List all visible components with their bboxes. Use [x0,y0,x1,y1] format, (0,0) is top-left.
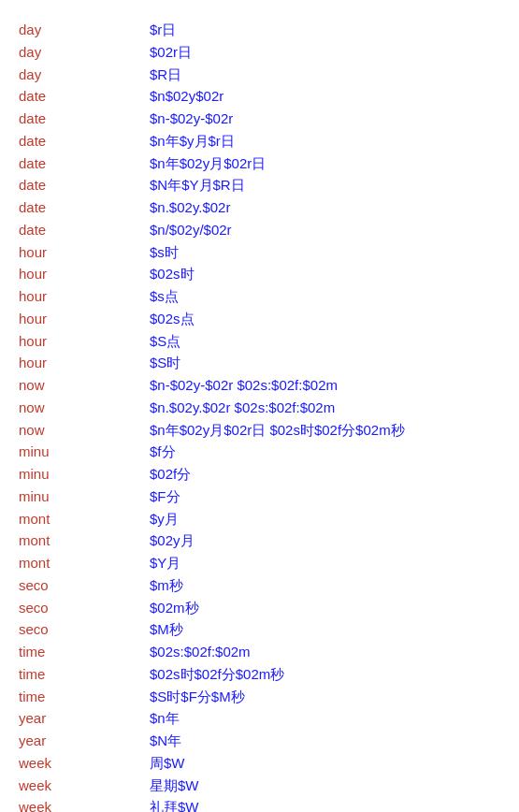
format-cell: $n年 [75,708,180,729]
table-row: day$R日 [9,64,510,86]
type-cell: now [9,398,75,418]
table-row: week周$W [9,752,510,775]
table-row: hour$s点 [9,285,510,308]
type-cell: hour [9,353,75,373]
format-cell: $N年 [75,731,181,751]
type-cell: day [9,20,75,40]
format-cell: 星期$W [75,776,199,796]
table-row: hour$S点 [9,330,510,353]
type-cell: hour [9,309,75,329]
table-row: date$n/$02y/$02r [9,219,510,241]
table-row: day$02r日 [9,41,510,64]
format-cell: $Y月 [75,553,180,573]
type-cell: day [9,65,75,85]
format-cell: $n$02y$02r [75,86,223,107]
format-cell: $N年$Y月$R日 [75,175,245,196]
table-row: mont$02y月 [9,529,510,552]
type-cell: date [9,109,75,129]
table-row: hour$02s点 [9,308,510,330]
table-row: date$n年$y月$r日 [9,130,510,152]
type-cell: week [9,753,75,774]
type-cell: seco [9,619,75,640]
table-row: mont$Y月 [9,552,510,574]
table-row: seco$m秒 [9,574,510,597]
table-row: seco$02m秒 [9,597,510,619]
type-cell: week [9,797,75,812]
type-cell: mont [9,553,75,573]
table-row: date$n.$02y.$02r [9,196,510,219]
type-cell: mont [9,509,75,529]
type-cell: seco [9,575,75,596]
table-row: date$n-$02y-$02r [9,108,510,130]
format-cell: $02y月 [75,530,195,551]
format-cell: $f分 [75,442,176,462]
table-row: seco$M秒 [9,618,510,641]
type-cell: now [9,420,75,441]
type-cell: date [9,197,75,218]
table-row: date$n年$02y月$02r日 [9,152,510,175]
type-cell: hour [9,331,75,352]
type-cell: date [9,220,75,240]
type-cell: year [9,731,75,751]
format-table: day$r日day$02r日day$R日date$n$02y$02rdate$n… [9,19,510,812]
format-cell: $02f分 [75,464,191,485]
type-cell: minu [9,442,75,462]
table-row: year$n年 [9,707,510,730]
format-cell: $02s时$02f分$02m秒 [75,664,284,685]
table-row: time$S时$F分$M秒 [9,686,510,708]
format-cell: $02r日 [75,42,192,63]
table-row: time$02s时$02f分$02m秒 [9,663,510,686]
type-cell: now [9,375,75,396]
table-row: hour$02s时 [9,263,510,285]
type-cell: date [9,153,75,174]
type-cell: mont [9,530,75,551]
table-row: mont$y月 [9,508,510,530]
type-cell: week [9,776,75,796]
table-row: week星期$W [9,775,510,797]
format-cell: $S时$F分$M秒 [75,687,245,707]
table-row: time$02s:$02f:$02m [9,641,510,663]
table-row: hour$s时 [9,241,510,264]
format-cell: $m秒 [75,575,183,596]
format-cell: $n年$y月$r日 [75,131,235,152]
format-cell: $s点 [75,286,179,307]
table-row: now$n-$02y-$02r $02s:$02f:$02m [9,374,510,397]
format-cell: $n/$02y/$02r [75,220,232,240]
type-cell: minu [9,464,75,485]
format-cell: $n.$02y.$02r $02s:$02f:$02m [75,398,335,418]
format-cell: 礼拜$W [75,797,199,812]
type-cell: day [9,42,75,63]
table-row: week礼拜$W [9,796,510,812]
format-cell: $M秒 [75,619,183,640]
type-cell: time [9,664,75,685]
format-cell: $F分 [75,486,180,507]
format-cell: $02s:$02f:$02m [75,642,251,662]
type-cell: time [9,642,75,662]
format-cell: $n-$02y-$02r [75,109,233,129]
table-row: minu$02f分 [9,463,510,486]
type-cell: hour [9,286,75,307]
type-cell: time [9,687,75,707]
type-cell: hour [9,264,75,284]
table-row: day$r日 [9,19,510,41]
format-cell: $02s时 [75,264,195,284]
format-cell: $n-$02y-$02r $02s:$02f:$02m [75,375,338,396]
table-row: date$n$02y$02r [9,85,510,108]
type-cell: hour [9,242,75,263]
type-cell: date [9,131,75,152]
format-cell: $n年$02y月$02r日 [75,153,266,174]
table-row: now$n年$02y月$02r日 $02s时$02f分$02m秒 [9,419,510,442]
format-cell: $n年$02y月$02r日 $02s时$02f分$02m秒 [75,420,405,441]
table-row: year$N年 [9,730,510,752]
type-cell: minu [9,486,75,507]
format-cell: $R日 [75,65,181,85]
type-cell: date [9,86,75,107]
format-cell: $y月 [75,509,179,529]
table-row: hour$S时 [9,352,510,374]
type-cell: year [9,708,75,729]
format-cell: $n.$02y.$02r [75,197,230,218]
table-row: date$N年$Y月$R日 [9,174,510,196]
format-cell: 周$W [75,753,185,774]
table-row: minu$f分 [9,441,510,463]
format-cell: $02s点 [75,309,195,329]
